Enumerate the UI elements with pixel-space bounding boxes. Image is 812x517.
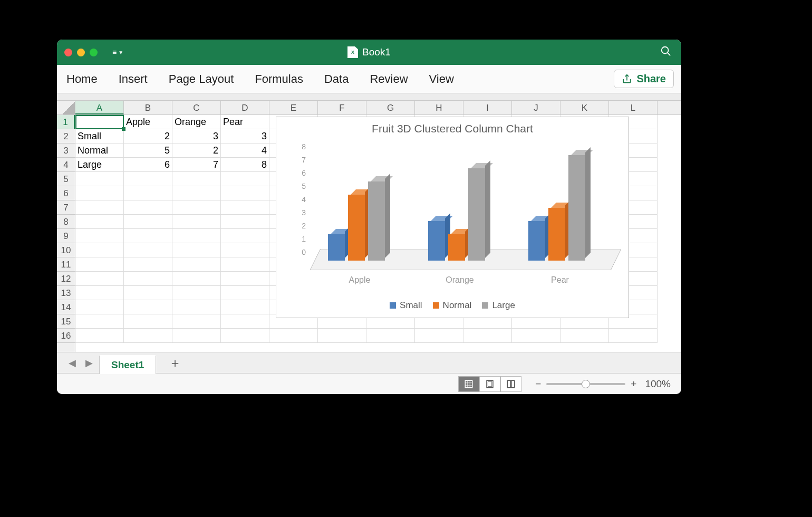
cell-A16[interactable] — [75, 329, 124, 343]
row-header-15[interactable]: 15 — [57, 314, 75, 329]
row-header-12[interactable]: 12 — [57, 272, 75, 286]
row-header-16[interactable]: 16 — [57, 329, 75, 343]
cell-C12[interactable] — [172, 272, 221, 286]
cell-D1[interactable]: Pear — [221, 115, 269, 129]
bar-Pear-Small[interactable] — [528, 221, 545, 261]
cell-A13[interactable] — [75, 286, 124, 300]
chart-legend[interactable]: SmallNormalLarge — [276, 300, 629, 311]
cell-C10[interactable] — [172, 243, 221, 257]
search-button[interactable] — [660, 45, 672, 59]
cell-C2[interactable]: 3 — [172, 129, 221, 143]
column-header-B[interactable]: B — [124, 101, 172, 114]
row-header-2[interactable]: 2 — [57, 129, 75, 143]
column-header-I[interactable]: I — [463, 101, 512, 114]
cell-B14[interactable] — [124, 300, 172, 314]
column-header-H[interactable]: H — [415, 101, 463, 114]
cell-G16[interactable] — [366, 329, 415, 343]
zoom-slider[interactable]: − + — [535, 378, 636, 390]
select-all-corner[interactable] — [57, 101, 75, 114]
zoom-level-label[interactable]: 100% — [645, 378, 671, 390]
row-header-5[interactable]: 5 — [57, 172, 75, 186]
column-header-K[interactable]: K — [560, 101, 609, 114]
column-header-E[interactable]: E — [269, 101, 318, 114]
row-header-6[interactable]: 6 — [57, 186, 75, 200]
view-page-layout-button[interactable] — [479, 376, 500, 392]
column-header-G[interactable]: G — [366, 101, 415, 114]
cell-C3[interactable]: 2 — [172, 143, 221, 158]
cell-C8[interactable] — [172, 215, 221, 229]
cell-D3[interactable]: 4 — [221, 143, 269, 158]
cell-H16[interactable] — [415, 329, 463, 343]
tab-home[interactable]: Home — [66, 72, 98, 86]
chart-object[interactable]: Fruit 3D Clustered Column Chart 01234567… — [276, 117, 629, 318]
cell-A1[interactable] — [75, 115, 124, 129]
cell-E16[interactable] — [269, 329, 318, 343]
quick-access-toolbar[interactable]: ≡ ▼ — [112, 48, 123, 56]
column-header-C[interactable]: C — [172, 101, 221, 114]
row-header-4[interactable]: 4 — [57, 158, 75, 172]
cell-B10[interactable] — [124, 243, 172, 257]
cell-D13[interactable] — [221, 286, 269, 300]
row-header-3[interactable]: 3 — [57, 143, 75, 158]
cell-B13[interactable] — [124, 286, 172, 300]
column-header-J[interactable]: J — [512, 101, 560, 114]
cell-B15[interactable] — [124, 314, 172, 329]
zoom-track[interactable] — [546, 383, 625, 385]
sheet-nav-next[interactable]: ▶ — [82, 357, 96, 369]
close-window-button[interactable] — [64, 49, 72, 56]
bar-Orange-Small[interactable] — [428, 221, 445, 261]
cell-A5[interactable] — [75, 172, 124, 186]
tab-view[interactable]: View — [429, 72, 454, 86]
bar-Apple-Large[interactable] — [368, 181, 385, 261]
row-header-8[interactable]: 8 — [57, 215, 75, 229]
row-header-7[interactable]: 7 — [57, 200, 75, 215]
sheet-nav-prev[interactable]: ◀ — [65, 357, 79, 369]
share-button[interactable]: Share — [614, 70, 674, 88]
bar-Apple-Small[interactable] — [328, 234, 345, 261]
cell-A15[interactable] — [75, 314, 124, 329]
cell-B7[interactable] — [124, 200, 172, 215]
bar-Apple-Normal[interactable] — [348, 195, 365, 261]
cell-A12[interactable] — [75, 272, 124, 286]
minimize-window-button[interactable] — [77, 49, 85, 56]
cell-A7[interactable] — [75, 200, 124, 215]
tab-data[interactable]: Data — [324, 72, 349, 86]
tab-review[interactable]: Review — [370, 72, 408, 86]
zoom-thumb[interactable] — [582, 380, 590, 388]
row-header-10[interactable]: 10 — [57, 243, 75, 257]
cell-A4[interactable]: Large — [75, 158, 124, 172]
cell-B2[interactable]: 2 — [124, 129, 172, 143]
cell-J16[interactable] — [512, 329, 560, 343]
tab-insert[interactable]: Insert — [119, 72, 148, 86]
cell-D16[interactable] — [221, 329, 269, 343]
row-header-9[interactable]: 9 — [57, 229, 75, 243]
cell-D10[interactable] — [221, 243, 269, 257]
cell-D6[interactable] — [221, 186, 269, 200]
chart-plot-area[interactable]: 012345678AppleOrangePear — [296, 147, 621, 268]
cell-D12[interactable] — [221, 272, 269, 286]
cell-C4[interactable]: 7 — [172, 158, 221, 172]
cell-B1[interactable]: Apple — [124, 115, 172, 129]
legend-item-Large[interactable]: Large — [482, 300, 515, 311]
chart-title[interactable]: Fruit 3D Clustered Column Chart — [276, 117, 629, 135]
cell-A8[interactable] — [75, 215, 124, 229]
cell-C16[interactable] — [172, 329, 221, 343]
row-header-11[interactable]: 11 — [57, 257, 75, 272]
cell-A6[interactable] — [75, 186, 124, 200]
cell-C15[interactable] — [172, 314, 221, 329]
bar-Orange-Normal[interactable] — [448, 234, 465, 261]
cell-D9[interactable] — [221, 229, 269, 243]
cell-F16[interactable] — [318, 329, 366, 343]
cell-A14[interactable] — [75, 300, 124, 314]
cell-I16[interactable] — [463, 329, 512, 343]
row-header-1[interactable]: 1 — [57, 115, 75, 129]
column-header-D[interactable]: D — [221, 101, 269, 114]
cell-B5[interactable] — [124, 172, 172, 186]
zoom-out-button[interactable]: − — [535, 378, 541, 390]
cell-D7[interactable] — [221, 200, 269, 215]
column-header-L[interactable]: L — [609, 101, 658, 114]
cell-K16[interactable] — [560, 329, 609, 343]
cell-D8[interactable] — [221, 215, 269, 229]
cell-A3[interactable]: Normal — [75, 143, 124, 158]
spreadsheet-grid[interactable]: ABCDEFGHIJKL 12345678910111213141516 App… — [57, 101, 681, 352]
